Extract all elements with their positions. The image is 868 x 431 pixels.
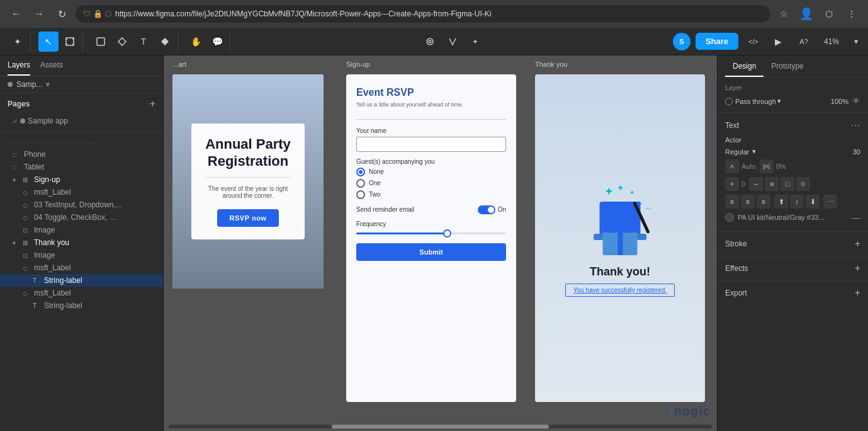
code-view-button[interactable]: </> — [743, 32, 764, 52]
frame-thankyou: ✦ ✦ ✦ ✦ 〜 〜 — [535, 74, 705, 402]
address-bar[interactable]: 🛡 🔒 ⬡ https://www.figma.com/file/jJe2DtU… — [76, 5, 770, 23]
help-button[interactable]: A? — [794, 32, 814, 52]
layer-tablet[interactable]: □ Tablet — [0, 161, 163, 173]
sample-badge[interactable]: Samp... ▾ — [0, 76, 163, 93]
layer-msft-label3[interactable]: ◇ msft_Label — [0, 287, 163, 299]
frequency-label: Frequency — [356, 221, 506, 227]
sparkle-icon: ✦ — [617, 183, 624, 193]
text-tool[interactable]: T — [133, 32, 154, 52]
pen-tool[interactable] — [112, 32, 132, 52]
component-icon: ◇ — [23, 202, 31, 209]
color-swatch[interactable] — [725, 213, 734, 222]
forward-button[interactable]: → — [30, 5, 48, 23]
canvas-scrollbar[interactable] — [169, 425, 712, 428]
select-tool[interactable]: ↖ — [38, 32, 59, 52]
add-effect-button[interactable]: + — [855, 263, 860, 274]
browser-menu-button[interactable]: ⋮ — [843, 5, 860, 23]
slider-thumb[interactable] — [443, 229, 451, 238]
align-left-text[interactable]: ≡ — [725, 195, 739, 209]
zoom-control[interactable]: 41% — [819, 35, 844, 49]
extension-icon[interactable]: ⬡ — [820, 5, 838, 23]
valign-middle[interactable]: ↕ — [790, 195, 804, 209]
vector-icon[interactable] — [442, 32, 463, 52]
layer-toggle[interactable]: ◇ 04 Toggle, CheckBox, Ra... — [0, 211, 163, 224]
shape-tool[interactable] — [91, 32, 111, 52]
component-tool[interactable] — [155, 32, 175, 52]
name-label: Your name — [356, 127, 506, 134]
align-center-button[interactable]: ≡ — [765, 177, 779, 191]
layer-textinput[interactable]: ◇ 03 TextInput, Dropdown,... — [0, 198, 163, 211]
canvas-area[interactable]: ...art Sign-up Thank you Annual Party Re… — [164, 55, 717, 431]
tab-design[interactable]: Design — [725, 55, 764, 77]
layer-string-label1[interactable]: T String-label — [0, 274, 163, 287]
layer-signup-group[interactable]: ▾ ⊞ Sign-up — [0, 173, 163, 186]
visibility-toggle[interactable]: 👁 — [852, 96, 860, 106]
comment-tool[interactable]: 💬 — [207, 32, 227, 52]
refresh-button[interactable]: ↻ — [53, 5, 70, 23]
add-stroke-button[interactable]: + — [855, 238, 860, 250]
line-height: 0 — [741, 180, 745, 188]
layer-msft-label1[interactable]: ◇ msft_Label — [0, 186, 163, 198]
layer-icon: □ — [13, 151, 21, 158]
add-page-button[interactable]: + — [150, 98, 155, 110]
clock-button[interactable]: ⊙ — [796, 177, 810, 191]
bookmark-button[interactable]: ☆ — [775, 5, 792, 23]
align-center-text[interactable]: ≡ — [741, 195, 755, 209]
tab-layers[interactable]: Layers — [8, 60, 30, 76]
export-section: Export + — [718, 281, 868, 305]
component-icon[interactable] — [420, 32, 440, 52]
radio-two[interactable]: Two — [356, 190, 506, 199]
name-input[interactable] — [356, 137, 506, 152]
radio-one[interactable]: One — [356, 179, 506, 188]
rsvp-button[interactable]: RSVP now — [217, 209, 279, 227]
right-panel-tabs: Design Prototype — [718, 55, 868, 78]
radio-group: None One Two — [356, 168, 506, 199]
line-height-button[interactable]: ≡ — [725, 177, 739, 191]
back-button[interactable]: ← — [8, 5, 25, 23]
align-right-text[interactable]: ≡ — [757, 195, 770, 209]
play-button[interactable]: ▶ — [769, 32, 789, 52]
font-size-input[interactable]: 30 — [853, 148, 860, 156]
layer-thankyou-group[interactable]: ▾ ⊞ Thank you — [0, 236, 163, 249]
radio-none[interactable]: None — [356, 168, 506, 176]
thankyou-content: ✦ ✦ ✦ ✦ 〜 〜 — [535, 74, 705, 402]
slider-track[interactable] — [356, 233, 506, 234]
passthrough-percent: 100% — [831, 98, 848, 105]
profile-icon-button[interactable]: 👤 — [798, 5, 815, 23]
frame-signup: Event RSVP Tell us a little about yourse… — [346, 74, 516, 402]
valign-top[interactable]: ⬆ — [774, 195, 788, 209]
text-more-options[interactable]: ⋯ — [823, 195, 837, 209]
link-icon[interactable] — [465, 32, 485, 52]
panel-tabs: Layers Assets — [0, 55, 163, 76]
tab-prototype[interactable]: Prototype — [764, 55, 811, 77]
layer-string-label2[interactable]: T String-label — [0, 299, 163, 312]
frame-tool[interactable] — [60, 32, 80, 52]
text-align-row: ≡ ≡ ≡ ⬆ ↕ ⬇ ⋯ — [725, 195, 860, 209]
font-style-selector[interactable]: Regular ▾ — [725, 147, 756, 156]
layer-phone[interactable]: □ Phone — [0, 148, 163, 161]
passthrough-dropdown[interactable]: Pass through ▾ — [735, 97, 781, 105]
browser-bar: ← → ↻ 🛡 🔒 ⬡ https://www.figma.com/file/j… — [0, 0, 868, 28]
share-button[interactable]: Share — [696, 33, 738, 50]
text-more-button[interactable]: ⋯ — [850, 119, 860, 131]
auto-size-button[interactable]: A — [725, 159, 739, 173]
layer-image1[interactable]: ⊡ Image — [0, 224, 163, 236]
zoom-dropdown[interactable]: ▾ — [849, 35, 863, 49]
layer-image2[interactable]: ⊡ Image — [0, 249, 163, 261]
page-item-sample[interactable]: ✓ Sample app — [8, 115, 155, 127]
tab-assets[interactable]: Assets — [40, 60, 63, 76]
valign-bottom[interactable]: ⬇ — [806, 195, 820, 209]
shield-icon: 🛡 — [83, 9, 91, 18]
submit-button[interactable]: Submit — [356, 243, 506, 261]
layer-msft-label2[interactable]: ◇ msft_Label — [0, 261, 163, 274]
hand-tool[interactable]: ✋ — [186, 32, 206, 52]
radio-circle — [356, 179, 365, 188]
color-remove-button[interactable]: — — [852, 212, 860, 222]
align-left-button[interactable]: ↔ — [749, 177, 763, 191]
figma-logo[interactable]: ✦ — [8, 32, 28, 52]
toggle-switch[interactable] — [478, 205, 495, 214]
letter-spacing-button[interactable]: |A| — [760, 159, 774, 173]
add-export-button[interactable]: + — [855, 287, 860, 299]
user-avatar[interactable]: S — [673, 33, 690, 50]
width-button[interactable]: □ — [781, 177, 794, 191]
